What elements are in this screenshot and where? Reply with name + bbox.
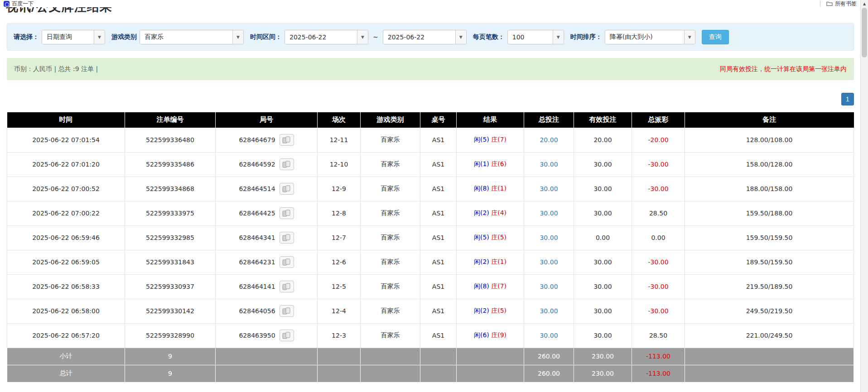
chevron-down-icon[interactable]: ▼ xyxy=(684,30,695,44)
cell-time: 2025-06-22 07:00:52 xyxy=(7,177,125,201)
card-result-button[interactable] xyxy=(280,305,294,317)
cell-session: 12-10 xyxy=(318,152,361,177)
card-result-button[interactable] xyxy=(280,232,294,244)
cell-round-id: 628464425 xyxy=(216,201,318,225)
card-result-button[interactable] xyxy=(280,134,294,146)
header-table-no: 桌号 xyxy=(420,112,457,128)
notice-bar: 币别：人民币 | 总共 :9 注单 | 同局有效投注，统一计算在该局第一张注单内 xyxy=(7,58,854,80)
card-result-button[interactable] xyxy=(280,330,294,341)
subtotal-count: 9 xyxy=(125,348,216,365)
cell-table-no: AS1 xyxy=(420,201,457,225)
card-result-button[interactable] xyxy=(280,207,294,219)
total-bet-link[interactable]: 30.00 xyxy=(524,225,574,250)
date-to-select[interactable]: 2025-06-22 ▼ xyxy=(383,30,467,44)
cell-valid-bet: 30.00 xyxy=(574,274,632,299)
cell-bet-id: 522599331843 xyxy=(125,250,216,274)
header-total-bet: 总投注 xyxy=(524,112,574,128)
round-number: 628464514 xyxy=(239,185,275,192)
chevron-down-icon[interactable]: ▼ xyxy=(94,30,105,44)
total-bet-link[interactable]: 30.00 xyxy=(524,177,574,201)
date-to-value: 2025-06-22 xyxy=(383,30,455,44)
table-row: 2025-06-22 06:59:46 522599332985 6284643… xyxy=(7,225,854,250)
scrollbar-thumb[interactable] xyxy=(862,8,867,57)
round-number: 628464056 xyxy=(239,307,275,315)
total-bet-link[interactable]: 30.00 xyxy=(524,250,574,274)
all-bookmarks-button[interactable]: 所有书签 xyxy=(820,0,857,8)
cell-payout: -30.00 xyxy=(632,274,685,299)
search-button[interactable]: 查询 xyxy=(702,30,729,44)
date-from-select[interactable]: 2025-06-22 ▼ xyxy=(285,30,368,44)
round-number: 628464425 xyxy=(239,210,275,217)
game-type-label: 游戏类别 xyxy=(111,33,137,41)
cell-table-no: AS1 xyxy=(420,274,457,299)
total-valid-bet: 230.00 xyxy=(574,365,632,382)
cell-remark: 159.50/188.00 xyxy=(685,201,854,225)
scrollbar[interactable]: ▲ xyxy=(860,0,868,392)
scroll-up-arrow-icon[interactable]: ▲ xyxy=(861,0,868,7)
result-player: 闲(2) xyxy=(474,258,489,265)
query-type-select[interactable]: 日期查询 ▼ xyxy=(42,30,105,44)
total-row: 总计 9 260.00 230.00 -113.00 xyxy=(7,365,854,382)
cell-result: 闲(5) 庄(5) xyxy=(457,225,524,250)
result-banker: 庄(1) xyxy=(491,258,506,265)
total-bet-link[interactable]: 30.00 xyxy=(524,299,574,323)
cell-round-id: 628464141 xyxy=(216,274,318,299)
all-bookmarks-label: 所有书签 xyxy=(835,0,857,8)
table-row: 2025-06-22 07:01:20 522599335486 6284645… xyxy=(7,152,854,177)
cell-table-no: AS1 xyxy=(420,177,457,201)
table-row: 2025-06-22 06:58:33 522599330937 6284641… xyxy=(7,274,854,299)
cell-game-type: 百家乐 xyxy=(361,128,420,152)
table-header: 时间 注单编号 局号 场次 游戏类别 桌号 结果 总投注 有效投注 总派彩 备注 xyxy=(7,112,854,128)
baidu-favicon-icon xyxy=(4,1,10,7)
cell-bet-id: 522599335486 xyxy=(125,152,216,177)
header-valid-bet: 有效投注 xyxy=(574,112,632,128)
cell-session: 12-3 xyxy=(318,323,361,348)
cell-payout: -30.00 xyxy=(632,177,685,201)
cell-valid-bet: 0.00 xyxy=(574,225,632,250)
card-result-button[interactable] xyxy=(280,281,294,292)
cell-bet-id: 522599332985 xyxy=(125,225,216,250)
cell-result: 闲(8) 庄(1) xyxy=(457,177,524,201)
chevron-down-icon[interactable]: ▼ xyxy=(455,30,466,44)
total-bet-link[interactable]: 30.00 xyxy=(524,201,574,225)
cell-table-no: AS1 xyxy=(420,323,457,348)
total-bet-link[interactable]: 30.00 xyxy=(524,274,574,299)
cell-game-type: 百家乐 xyxy=(361,201,420,225)
cell-session: 12-5 xyxy=(318,274,361,299)
cell-bet-id: 522599334868 xyxy=(125,177,216,201)
total-bet-link[interactable]: 30.00 xyxy=(524,323,574,348)
cell-game-type: 百家乐 xyxy=(361,323,420,348)
card-result-button[interactable] xyxy=(280,158,294,170)
game-type-value: 百家乐 xyxy=(140,30,232,44)
cell-payout: -30.00 xyxy=(632,299,685,323)
game-type-select[interactable]: 百家乐 ▼ xyxy=(140,30,244,44)
cell-table-no: AS1 xyxy=(420,152,457,177)
page-1-button[interactable]: 1 xyxy=(841,93,854,105)
cell-bet-id: 522599330937 xyxy=(125,274,216,299)
bookmark-baidu[interactable]: 百度一下 xyxy=(4,0,34,8)
chevron-down-icon[interactable]: ▼ xyxy=(357,30,368,44)
card-result-button[interactable] xyxy=(280,256,294,268)
cell-result: 闲(5) 庄(7) xyxy=(457,128,524,152)
page-size-select[interactable]: 100 ▼ xyxy=(507,30,564,44)
chevron-down-icon[interactable]: ▼ xyxy=(232,30,243,44)
cell-remark: 188.00/158.00 xyxy=(685,177,854,201)
time-sort-select[interactable]: 降幂(由大到小) ▼ xyxy=(605,30,695,44)
main-content: 请选择： 日期查询 ▼ 游戏类别 百家乐 ▼ 时间区间： 2025-06-22 … xyxy=(7,0,854,382)
cell-payout: 28.50 xyxy=(632,323,685,348)
cell-valid-bet: 20.00 xyxy=(574,128,632,152)
chevron-down-icon[interactable]: ▼ xyxy=(553,30,564,44)
card-result-button[interactable] xyxy=(280,183,294,195)
total-bet-link[interactable]: 20.00 xyxy=(524,128,574,152)
total-bet-link[interactable]: 30.00 xyxy=(524,152,574,177)
cell-session: 12-8 xyxy=(318,201,361,225)
cell-remark: 221.00/249.50 xyxy=(685,323,854,348)
result-banker: 庄(1) xyxy=(491,185,506,192)
cell-round-id: 628464341 xyxy=(216,225,318,250)
cell-remark: 249.50/219.50 xyxy=(685,299,854,323)
cell-session: 12-7 xyxy=(318,225,361,250)
table-row: 2025-06-22 06:57:20 522599328990 6284639… xyxy=(7,323,854,348)
cell-result: 闲(2) 庄(1) xyxy=(457,250,524,274)
table-body: 2025-06-22 07:01:54 522599336480 6284646… xyxy=(7,128,854,348)
result-banker: 庄(6) xyxy=(491,160,506,167)
